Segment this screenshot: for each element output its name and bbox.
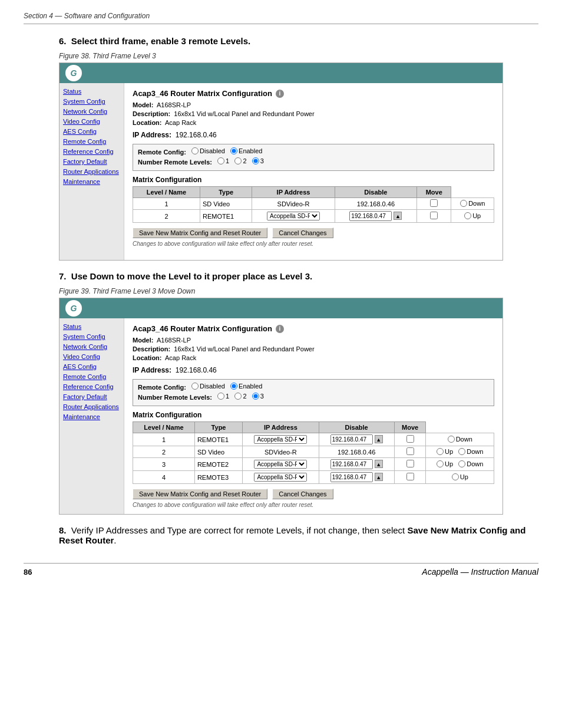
row2-disable-cb[interactable] [430, 212, 438, 219]
frame-header-2: G [59, 298, 503, 318]
f2-row2-move-down[interactable] [458, 448, 465, 455]
sidebar-link-factorydefault-2[interactable]: Factory Default [63, 393, 120, 400]
row2-scroll-up[interactable]: ▲ [394, 212, 402, 220]
router-frame-1: G Status System Config Network Config Vi… [59, 62, 503, 261]
f2-row3-move-down[interactable] [458, 460, 465, 467]
router-desc-2: Description: 16x8x1 Vid w/Local Panel an… [133, 345, 494, 353]
sidebar-link-netconfig-1[interactable]: Network Config [63, 108, 120, 115]
f2-row1-scroll[interactable]: ▲ [375, 435, 383, 443]
row1-level: 1 [133, 198, 200, 210]
matrix-title-2: Matrix Configuration [133, 411, 494, 419]
row1-type: SDVideo-R [252, 198, 335, 210]
f2-row3-move-up[interactable] [437, 460, 444, 467]
save-btn-1[interactable]: Save New Matrix Config and Reset Router [133, 228, 267, 238]
row2-type-select[interactable]: Acoppella SD-R [267, 212, 320, 220]
sidebar-link-remoteconfig-2[interactable]: Remote Config [63, 373, 120, 380]
page-footer: 86 Acappella — Instruction Manual [24, 563, 538, 577]
radio-enabled-input-1[interactable] [230, 147, 237, 154]
remote-config-row-1: Remote Config: Disabled Enabled [138, 147, 489, 156]
frame-sidebar-1: Status System Config Network Config Vide… [59, 83, 124, 260]
router-ip-2: IP Address: 192.168.0.46 [133, 366, 494, 374]
router-frame-2: G Status System Config Network Config Vi… [59, 298, 503, 515]
col-level-1: Level / Name [133, 187, 200, 198]
radio-level2-2[interactable] [234, 393, 242, 400]
sidebar-link-netconfig-2[interactable]: Network Config [63, 343, 120, 350]
table-row: 1 SD Video SDVideo-R 192.168.0.46 Down [133, 198, 494, 210]
row2-type: Acoppella SD-R [252, 210, 335, 223]
matrix-title-1: Matrix Configuration [133, 176, 494, 184]
table-row: 2 SD Video SDVideo-R 192.168.0.46 Up Dow… [133, 446, 494, 458]
sidebar-link-videoconfig-2[interactable]: Video Config [63, 353, 120, 360]
f2-row1-move-down[interactable] [448, 436, 455, 443]
frame-logo-2: G [65, 300, 82, 317]
f2-row3-disable-cb[interactable] [406, 460, 414, 467]
sidebar-link-remoteconfig-1[interactable]: Remote Config [63, 138, 120, 145]
col2-disable: Disable [319, 422, 394, 433]
config-box-1: Remote Config: Disabled Enabled Number R… [133, 144, 494, 171]
f2-row2-disable-cb[interactable] [406, 447, 414, 455]
row1-disable-cb[interactable] [430, 199, 438, 207]
router-title-2: Acap3_46 Router Matrix Configuration i [133, 324, 494, 333]
sidebar-link-status-1[interactable]: Status [63, 88, 120, 95]
f2-row2-move-up[interactable] [437, 448, 444, 455]
radio-disabled-input-1[interactable] [191, 147, 199, 154]
f2-row1-type-select[interactable]: Acoppella SD-R [254, 435, 307, 444]
col-disable-1: Disable [335, 187, 416, 198]
step7-heading: 7. Use Down to move the Level to it prop… [59, 271, 538, 281]
table-row: 3 REMOTE2 Acoppella SD-R ▲ Up [133, 458, 494, 471]
row2-move-up[interactable] [464, 212, 471, 219]
radio-enabled-1: Enabled [230, 147, 262, 154]
radio-level3-2[interactable] [252, 393, 259, 400]
sidebar-link-routerapps-1[interactable]: Router Applications [63, 168, 120, 175]
cancel-btn-1[interactable]: Cancel Changes [272, 228, 333, 238]
radio-enabled-input-2[interactable] [230, 383, 237, 390]
sidebar-link-sysconfig-1[interactable]: System Config [63, 98, 120, 105]
f2-row3-type-select[interactable]: Acoppella SD-R [254, 460, 307, 469]
f2-row3-scroll[interactable]: ▲ [375, 460, 383, 468]
sidebar-link-maintenance-1[interactable]: Maintenance [63, 178, 120, 185]
radio-level2-1[interactable] [234, 157, 242, 164]
sidebar-link-aesconfig-1[interactable]: AES Config [63, 128, 120, 135]
router-model-1: Model: A168SR-LP [133, 101, 494, 108]
sidebar-link-aesconfig-2[interactable]: AES Config [63, 363, 120, 370]
f2-row4-scroll[interactable]: ▲ [375, 473, 383, 481]
f2-row1-disable-cb[interactable] [406, 435, 414, 443]
f2-row1-ip-input[interactable] [330, 434, 373, 444]
row1-disable [417, 198, 451, 210]
sidebar-link-status-2[interactable]: Status [63, 323, 120, 330]
sidebar-link-videoconfig-1[interactable]: Video Config [63, 118, 120, 125]
cancel-btn-2[interactable]: Cancel Changes [272, 489, 333, 499]
sidebar-link-refconfig-1[interactable]: Reference Config [63, 148, 120, 155]
save-btn-2[interactable]: Save New Matrix Config and Reset Router [133, 489, 267, 499]
router-title-1: Acap3_46 Router Matrix Configuration i [133, 89, 494, 98]
f2-row4-disable-cb[interactable] [406, 473, 414, 480]
frame-logo-1: G [65, 65, 82, 81]
table-row: 2 REMOTE1 Acoppella SD-R ▲ [133, 210, 494, 223]
btn-row-1: Save New Matrix Config and Reset Router … [133, 228, 494, 238]
row1-move-down[interactable] [460, 200, 467, 207]
sidebar-link-maintenance-2[interactable]: Maintenance [63, 413, 120, 420]
radio-level1-2[interactable] [217, 393, 224, 400]
radio-level3-1[interactable] [252, 157, 259, 164]
sidebar-link-sysconfig-2[interactable]: System Config [63, 333, 120, 340]
info-icon-2[interactable]: i [276, 325, 284, 333]
btn-row-2: Save New Matrix Config and Reset Router … [133, 489, 494, 499]
f2-row3-ip-input[interactable] [330, 459, 373, 469]
radio-level1-1[interactable] [217, 157, 224, 164]
sidebar-link-routerapps-2[interactable]: Router Applications [63, 403, 120, 410]
f2-row4-ip-input[interactable] [330, 472, 373, 482]
step8-heading: 8. Verify IP Addresses and Type are corr… [59, 525, 538, 545]
sidebar-link-factorydefault-1[interactable]: Factory Default [63, 158, 120, 165]
frame-header-1: G [59, 63, 503, 83]
table-row: 1 REMOTE1 Acoppella SD-R ▲ Down [133, 433, 494, 446]
f2-row4-move-up[interactable] [452, 473, 459, 480]
info-icon-1[interactable]: i [276, 90, 284, 98]
footer-title: Acappella — Instruction Manual [422, 567, 538, 577]
matrix-table-2: Level / Name Type IP Address Disable Mov… [133, 421, 494, 484]
sidebar-link-refconfig-2[interactable]: Reference Config [63, 383, 120, 390]
row2-move: Up [451, 210, 494, 223]
num-levels-row-1: Number Remote Levels: 1 2 3 [138, 157, 489, 166]
row2-ip-input[interactable] [349, 211, 392, 221]
radio-disabled-input-2[interactable] [191, 383, 199, 390]
f2-row4-type-select[interactable]: Acoppella SD-R [254, 473, 307, 482]
